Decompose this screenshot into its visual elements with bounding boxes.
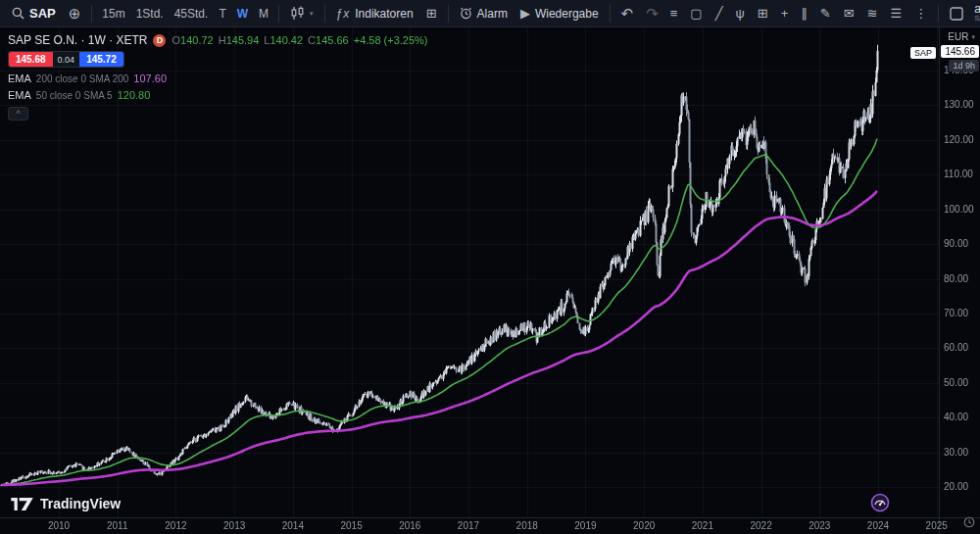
currency-selector[interactable]: EUR ▾: [948, 31, 975, 42]
waves-tool-icon[interactable]: ≋: [861, 2, 884, 25]
plus-circle-icon: ⊕: [69, 6, 81, 21]
ohlc-high-label: H: [219, 34, 226, 46]
chart-type-button[interactable]: ▾: [284, 2, 319, 25]
more-options-icon[interactable]: ⋮: [908, 2, 933, 25]
indicator-params: 50 close 0 SMA 5: [36, 90, 113, 101]
alarm-clock-icon: [460, 7, 472, 20]
interval-button-15m[interactable]: 15m: [97, 2, 129, 25]
tradingview-app: SAP ⊕ 15m 1Std. 45Std. T W M ▾: [0, 0, 980, 534]
price-scale[interactable]: [939, 27, 980, 517]
top-toolbar: SAP ⊕ 15m 1Std. 45Std. T W M ▾: [0, 0, 980, 27]
plus-icon[interactable]: +: [775, 2, 795, 25]
replay-button[interactable]: ▶ Wiedergabe: [514, 2, 605, 25]
ohlc-low-value: 140.42: [270, 34, 303, 46]
alert-button[interactable]: Alarm: [454, 2, 514, 25]
chevron-down-icon: ▾: [310, 10, 314, 18]
legend-symbol-row: SAP SE O.N. · 1W · XETR D O140.72 H145.9…: [8, 33, 428, 47]
tradingview-wordmark: TradingView: [40, 496, 121, 511]
replay-label: Wiedergabe: [535, 7, 599, 21]
buy-button[interactable]: 145.72: [79, 52, 123, 67]
tradingview-logo[interactable]: TradingView: [10, 496, 121, 511]
templates-grid-icon: ⊞: [426, 7, 437, 20]
ohlc-high-value: 145.94: [226, 34, 260, 46]
toolbar-left-group: SAP ⊕ 15m 1Std. 45Std. T W M ▾: [6, 0, 664, 26]
pitchfork-tool-icon[interactable]: ψ: [729, 2, 750, 25]
indicators-button[interactable]: ƒx Indikatoren: [330, 2, 419, 25]
horizontal-line-tool-icon[interactable]: ≡: [664, 2, 684, 25]
last-price-label: 145.66: [941, 45, 979, 58]
interval-button-t[interactable]: T: [214, 2, 230, 25]
change-value: +4.58 (+3.25%): [354, 34, 428, 46]
legend-indicator-ema200[interactable]: EMA 200 close 0 SMA 200 107.60: [8, 73, 428, 84]
undo-arrow-icon: ↶: [621, 6, 634, 21]
ohlc-open-value: 140.72: [180, 34, 214, 46]
parallel-channel-icon[interactable]: ∥: [795, 2, 813, 25]
grid-layout-icon[interactable]: ⊞: [752, 2, 774, 25]
layout-name: asdf: [974, 4, 980, 14]
fx-indicator-icon: ƒx: [336, 7, 351, 21]
chevron-down-icon: ▾: [971, 33, 975, 41]
legend-symbol-title[interactable]: SAP SE O.N. · 1W · XETR: [8, 33, 147, 47]
brush-tool-icon[interactable]: ✎: [814, 2, 837, 25]
ohlc-close-label: C: [308, 34, 316, 46]
toolbar-separator: [448, 5, 449, 23]
indicator-value: 120.80: [118, 89, 151, 101]
legend-indicator-ema50[interactable]: EMA 50 close 0 SMA 5 120.80: [8, 89, 428, 101]
indicator-params: 200 close 0 SMA 200: [36, 73, 129, 84]
currency-label: EUR: [948, 31, 968, 42]
ohlc-close-value: 145.66: [316, 34, 349, 46]
delayed-data-badge[interactable]: D: [153, 34, 166, 47]
candlestick-chart-icon: [290, 6, 305, 21]
indicator-templates-button[interactable]: ⊞: [420, 2, 443, 25]
bar-countdown-label: 1d 9h: [949, 60, 979, 72]
interval-button-45std[interactable]: 45Std.: [170, 2, 214, 25]
redo-arrow-icon: ↷: [646, 6, 659, 21]
replay-play-icon: ▶: [520, 7, 530, 20]
layout-save-button[interactable]: asdf Speichern: [974, 4, 980, 24]
symbol-search-button[interactable]: SAP: [6, 2, 62, 25]
trend-line-tool-icon[interactable]: ╱: [710, 2, 729, 25]
toolbar-separator: [324, 5, 325, 23]
undo-button[interactable]: ↶: [615, 2, 640, 25]
indicator-title: EMA: [8, 89, 31, 101]
layout-select-icon[interactable]: [944, 2, 969, 25]
chart-area: SAP SE O.N. · 1W · XETR D O140.72 H145.9…: [0, 27, 980, 534]
toolbar-separator: [938, 5, 939, 23]
indicators-label: Indikatoren: [355, 7, 413, 21]
legend-collapse-button[interactable]: ^: [8, 107, 28, 121]
toolbar-right-group: ≡ ▢ ╱ ψ ⊞ + ∥ ✎ ✉ ≋ ☰ ⋮ asdf Speichern: [664, 0, 980, 26]
indicator-title: EMA: [8, 73, 31, 84]
ohlc-values: O140.72 H145.94 L140.42 C145.66 +4.58 (+…: [172, 34, 427, 46]
compare-add-button[interactable]: ⊕: [63, 2, 87, 25]
toolbar-separator: [278, 5, 279, 23]
bid-ask-widget: 145.68 0.04 145.72: [8, 51, 124, 68]
rectangle-tool-icon[interactable]: ▢: [684, 2, 708, 25]
indicator-value: 107.60: [133, 73, 167, 84]
time-scale[interactable]: [0, 517, 939, 534]
symbol-scale-tag: SAP: [910, 47, 936, 59]
ohlc-open-label: O: [172, 34, 180, 46]
interval-button-w[interactable]: W: [232, 2, 253, 25]
tradingview-mark-icon: [10, 497, 34, 511]
alert-label: Alarm: [477, 7, 508, 21]
interval-button-1std[interactable]: 1Std.: [131, 2, 169, 25]
speedometer-gauge-icon[interactable]: [870, 493, 890, 516]
interval-button-m[interactable]: M: [254, 2, 273, 25]
timezone-clock-icon[interactable]: [963, 514, 975, 532]
redo-button[interactable]: ↷: [640, 2, 664, 25]
sell-button[interactable]: 145.68: [9, 52, 53, 67]
spread-value: 0.04: [53, 52, 80, 67]
toolbar-separator: [91, 5, 92, 23]
save-label: Speichern: [974, 14, 980, 24]
toolbar-separator: [610, 5, 611, 23]
menu-icon[interactable]: ☰: [884, 2, 907, 25]
note-tool-icon[interactable]: ✉: [838, 2, 860, 25]
symbol-search-label: SAP: [29, 6, 56, 21]
chart-legend: SAP SE O.N. · 1W · XETR D O140.72 H145.9…: [8, 33, 428, 121]
search-icon: [12, 7, 24, 20]
